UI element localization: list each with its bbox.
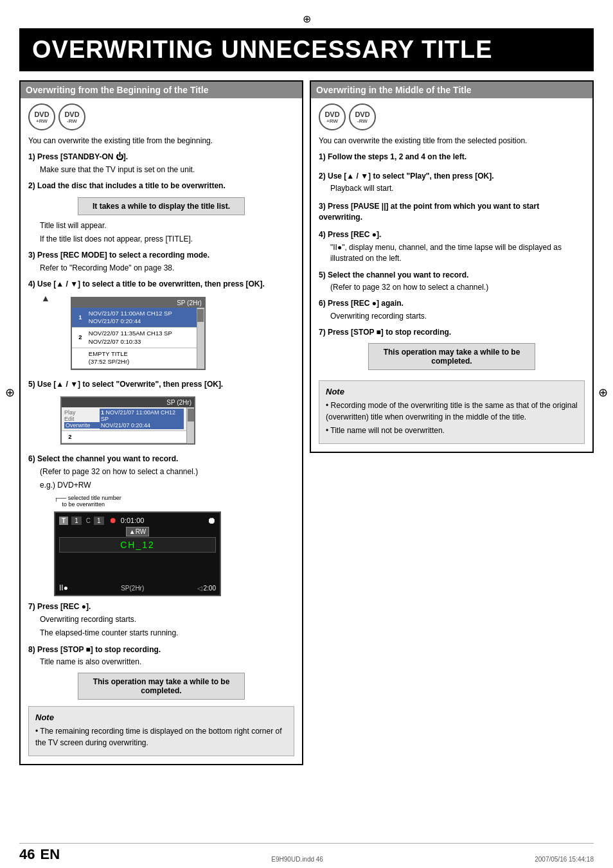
left-step7-sub1: Overwriting recording starts. — [28, 614, 294, 625]
right-step5-sub: (Refer to page 32 on how to select a cha… — [319, 282, 585, 293]
sp-label: SP(2Hr) — [121, 585, 144, 592]
overwrite-title-row-2: 2 — [62, 431, 186, 443]
footer-doc-info: E9H90UD.indd 46 — [271, 856, 323, 863]
rec-indicator: ⏺ — [109, 516, 117, 525]
arrow-up-icon: ▲ — [41, 293, 50, 303]
rec-time: 2:00 — [204, 585, 216, 592]
dvd-logos-left: DVD +RW DVD -RW — [28, 103, 294, 130]
overwrite-menu-container: SP (2Hr) Play Edit Overwrite — [41, 393, 294, 448]
right-step1: 1) Follow the steps 1, 2 and 4 on the le… — [319, 152, 585, 163]
left-column: Overwriting from the Beginning of the Ti… — [19, 80, 303, 765]
title-list-header: SP (2Hr) — [72, 298, 204, 308]
left-section-title: Overwriting from the Beginning of the Ti… — [21, 82, 302, 98]
rec-circle-icon: ⏺ — [207, 515, 216, 526]
page-number: 46 — [19, 846, 35, 863]
time-icon: ◁ — [197, 585, 202, 592]
left-step8-sub: Title name is also overwritten. — [28, 657, 294, 668]
overwrite-option: Overwrite — [64, 422, 100, 429]
right-note-title: Note — [326, 386, 578, 398]
right-step6-sub: Overwriting recording starts. — [319, 311, 585, 322]
left-step2: 2) Load the disc that includes a title t… — [28, 181, 294, 191]
left-note-box: Note • The remaining recording time is d… — [28, 706, 294, 756]
dvd-logo-minus-rw: DVD -RW — [58, 103, 85, 130]
right-note-box: Note • Recording mode of the overwriting… — [319, 380, 585, 444]
left-step3-sub: Refer to "Recording Mode" on page 38. — [28, 263, 294, 274]
right-info-box-complete: This operation may take a while to be co… — [368, 343, 535, 370]
footer-date: 2007/05/16 15:44:18 — [535, 856, 594, 863]
title-row-1: 1 NOV/21/07 11:00AM CH12 SP NOV/21/07 0:… — [72, 308, 197, 328]
left-note-title: Note — [35, 712, 287, 724]
overwrite-menu-header: SP (2Hr) — [62, 398, 194, 407]
dvd-logo-plus-rw-right: DVD +RW — [319, 103, 346, 130]
left-step6-eg: e.g.) DVD+RW — [28, 480, 294, 491]
left-step6-sub: (Refer to page 32 on how to select a cha… — [28, 466, 294, 477]
right-step2-sub: Playback will start. — [319, 183, 585, 194]
pause-rec-icon: II● — [59, 583, 68, 592]
left-step1-sub: Make sure that the TV input is set on th… — [28, 164, 294, 175]
title-row-2: 2 NOV/22/07 11:35AM CH13 SP NOV/22/07 0:… — [72, 328, 197, 348]
rec-display: T 1 C 1 ⏺ 0:01:00 ⏺ ▲RW CH_12 — [54, 511, 221, 596]
left-step4: 4) Use [▲ / ▼] to select a title to be o… — [28, 279, 294, 290]
footer: 46 EN E9H90UD.indd 46 2007/05/16 15:44:1… — [19, 843, 594, 863]
two-column-layout: Overwriting from the Beginning of the Ti… — [19, 80, 594, 765]
scrollbar — [197, 308, 204, 369]
info-box-title-list: It takes a while to display the title li… — [78, 197, 245, 215]
crosshair-left-icon: ⊕ — [5, 385, 15, 400]
left-step5: 5) Use [▲ / ▼] to select "Overwrite", th… — [28, 379, 294, 390]
left-step2-sub2: If the title list does not appear, press… — [28, 234, 294, 245]
left-step8: 8) Press [STOP ■] to stop recording. — [28, 644, 294, 655]
scroll-arrows: ▲ — [41, 293, 50, 374]
left-step7: 7) Press [REC ●]. — [28, 601, 294, 612]
crosshair-top-icon: ⊕ — [19, 13, 594, 25]
right-step5: 5) Select the channel you want to record… — [319, 270, 585, 281]
right-section-title: Overwriting in the Middle of the Title — [311, 82, 592, 98]
right-step4-sub: "II●", display menu, channel, and the ti… — [319, 242, 585, 265]
page: ⊕ OVERWRITING UNNECESSARY TITLE Overwrit… — [0, 0, 613, 868]
right-step3: 3) Press [PAUSE ||] at the point from wh… — [319, 201, 585, 224]
left-step1: 1) Press [STANDBY-ON ⏻]. — [28, 152, 294, 163]
main-title: OVERWRITING UNNECESSARY TITLE — [19, 28, 594, 71]
title-row-3: EMPTY TITLE (37:52 SP/2Hr) — [72, 348, 197, 369]
left-step3: 3) Press [REC MODE] to select a recordin… — [28, 250, 294, 261]
left-step7-sub2: The elapsed-time counter starts running. — [28, 628, 294, 639]
left-intro: You can overwrite the existing title fro… — [28, 136, 294, 146]
right-step6: 6) Press [REC ●] again. — [319, 298, 585, 309]
dvd-logo-plus-rw: DVD +RW — [28, 103, 55, 130]
right-note-item-1: • Recording mode of the overwriting titl… — [326, 400, 578, 423]
dvd-logos-right: DVD +RW DVD -RW — [319, 103, 585, 130]
title-list-container: ▲ SP (2Hr) 1 NOV/21/07 11:00AM CH12 SP N… — [41, 293, 294, 374]
dvd-logo-minus-rw-right: DVD -RW — [349, 103, 376, 130]
right-step4: 4) Press [REC ●]. — [319, 229, 585, 240]
crosshair-right-icon: ⊕ — [598, 385, 608, 400]
right-intro: You can overwrite the existing title fro… — [319, 136, 585, 146]
channel-display: CH_12 — [59, 537, 216, 553]
right-step7: 7) Press [STOP ■] to stop recording. — [319, 327, 585, 338]
overwrite-menu-ui: SP (2Hr) Play Edit Overwrite — [60, 396, 195, 445]
left-note-text: • The remaining recording time is displa… — [35, 726, 287, 748]
right-column: Overwriting in the Middle of the Title D… — [310, 80, 594, 453]
right-note-item-2: • Title name will not be overwritten. — [326, 425, 578, 436]
title-list-ui: SP (2Hr) 1 NOV/21/07 11:00AM CH12 SP NOV… — [71, 297, 206, 370]
left-step2-sub1: Title list will appear. — [28, 220, 294, 231]
left-step6: 6) Select the channel you want to record… — [28, 454, 294, 465]
bracket-annotation: ┌── selected title number to be overwrit… — [54, 495, 121, 508]
overwrite-scrollbar — [186, 407, 194, 443]
right-step2: 2) Use [▲ / ▼] to select "Play", then pr… — [319, 171, 585, 182]
up-arrow-btn: ▲RW — [126, 527, 149, 536]
page-lang: EN — [40, 846, 60, 863]
rec-display-wrapper: ┌── selected title number to be overwrit… — [35, 495, 294, 596]
info-box-complete: This operation may take a while to be co… — [78, 673, 245, 700]
